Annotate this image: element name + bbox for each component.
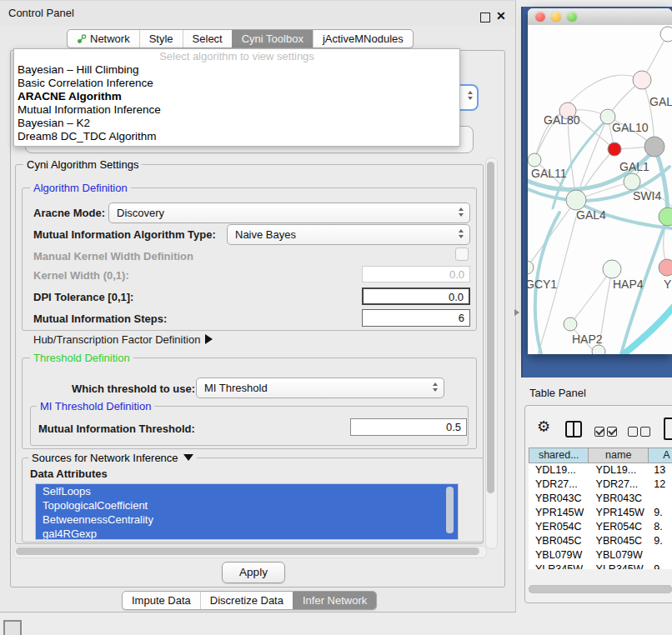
network-node[interactable] (624, 173, 640, 190)
tab-discretize-data[interactable]: Discretize Data (200, 592, 293, 609)
mi-algorithm-type-combo[interactable]: Naive Bayes (227, 224, 470, 245)
list-item[interactable]: SelfLoops (36, 484, 458, 498)
list-item[interactable]: BetweennessCentrality (36, 512, 458, 527)
expand-right-icon (205, 334, 213, 344)
table-horizontal-scrollbar[interactable] (529, 585, 672, 593)
list-scrollbar[interactable] (446, 487, 454, 533)
aracne-mode-value: Discovery (117, 207, 164, 219)
network-window[interactable]: GALGAL80GAL10GAL11GAL1SWI4GAL4GCY1HAP4YH… (528, 8, 672, 354)
settings-horizontal-scrollbar[interactable] (13, 546, 487, 558)
scrollbar-thumb[interactable] (16, 548, 479, 555)
network-node[interactable] (644, 137, 664, 157)
tab-impute-data[interactable]: Impute Data (123, 592, 200, 609)
tab-style[interactable]: Style (139, 30, 183, 48)
network-node[interactable] (603, 260, 621, 278)
function-builder-icon[interactable] (664, 418, 672, 440)
network-node[interactable] (659, 208, 672, 226)
minimize-window-icon[interactable] (551, 12, 561, 22)
network-node[interactable] (528, 261, 534, 274)
network-node[interactable] (564, 318, 577, 331)
tab-jactivemnodules[interactable]: jActiveMNodules (313, 30, 413, 48)
dropdown-placeholder: Select algorithm to view settings (14, 50, 459, 62)
close-window-icon[interactable] (535, 12, 545, 22)
dropdown-item[interactable]: Bayesian – K2 (18, 117, 451, 130)
node-table: shared... name A YDL19...YDL19...13 YDR2… (529, 448, 672, 569)
network-node[interactable] (592, 345, 605, 354)
dpi-tolerance-input[interactable]: 0.0 (362, 288, 470, 305)
table-row[interactable]: YER054CYER054C8. (529, 520, 672, 534)
tab-label: Infer Network (303, 592, 367, 609)
table-row[interactable]: YPR145WYPR145W9. (529, 506, 672, 520)
scrollbar-thumb[interactable] (487, 162, 494, 493)
dropdown-item[interactable]: Dream8 DC_TDC Algorithm (18, 130, 451, 143)
gear-icon[interactable]: ⚙ (537, 419, 550, 434)
column-header-partial[interactable]: A (649, 448, 672, 463)
dropdown-item[interactable]: Basic Correlation Inference (18, 77, 451, 90)
splitter-arrow-icon[interactable] (514, 309, 519, 316)
list-item[interactable]: TopologicalCoefficient (36, 498, 458, 512)
close-panel-icon[interactable]: ✕ (496, 9, 506, 22)
network-node-label: GAL11 (531, 167, 567, 180)
network-node-label: GCY1 (528, 278, 557, 291)
network-node[interactable] (659, 259, 672, 276)
network-edge-highlight[interactable] (624, 307, 672, 354)
combo-arrows-icon (459, 229, 464, 238)
mi-steps-input[interactable]: 6 (362, 309, 470, 327)
algorithm-combo-edge[interactable] (459, 84, 479, 111)
column-header-name[interactable]: name (589, 448, 648, 463)
mi-algorithm-type-value: Naive Bayes (235, 228, 296, 241)
table-row[interactable]: YBR045CYBR045C9. (529, 534, 672, 548)
network-edge[interactable] (528, 200, 576, 268)
sources-toggle[interactable]: Sources for Network Inference (28, 452, 197, 464)
network-edge-thick[interactable] (654, 147, 668, 217)
network-node-label: GAL (649, 95, 672, 108)
network-graph: GALGAL80GAL10GAL11GAL1SWI4GAL4GCY1HAP4YH… (528, 25, 672, 354)
network-node[interactable] (660, 27, 672, 42)
aracne-mode-combo[interactable]: Discovery (108, 202, 470, 223)
zoom-window-icon[interactable] (567, 12, 577, 22)
select-all-icon[interactable] (594, 425, 619, 440)
hub-section-toggle[interactable]: Hub/Transcription Factor Definition (33, 333, 213, 346)
list-item[interactable]: gal4RGexp (36, 527, 458, 540)
cyni-bottom-tabbar: Impute Data Discretize Data Infer Networ… (122, 591, 377, 610)
table-row[interactable]: YBR043CYBR043C (529, 492, 672, 506)
network-node-label: Y (664, 278, 672, 291)
control-panel-title: Control Panel (8, 7, 74, 19)
mi-threshold-input[interactable]: 0.5 (350, 418, 467, 436)
apply-button[interactable]: Apply (222, 562, 285, 583)
tab-cyni-toolbox[interactable]: Cyni Toolbox (232, 30, 313, 48)
table-header-row: shared... name A (529, 448, 672, 463)
network-node-label: GAL80 (544, 113, 580, 127)
table-row[interactable]: YBL079WYBL079W (529, 548, 672, 562)
network-node[interactable] (528, 153, 541, 167)
column-header-shared-name[interactable]: shared... (529, 448, 589, 463)
app-root: Control Panel ✕ Network Style Select Cy (0, 0, 672, 635)
dropdown-item[interactable]: Bayesian – Hill Climbing (18, 63, 451, 77)
kernel-width-input[interactable]: 0.0 (362, 266, 470, 282)
collapsed-panel-icon[interactable] (3, 620, 22, 635)
table-panel: ⚙ shared... name A YDL19...YDL19...13 YD… (524, 405, 672, 603)
which-threshold-combo[interactable]: MI Threshold (196, 378, 444, 398)
dropdown-item[interactable]: Mutual Information Inference (18, 103, 451, 117)
unselect-all-icon[interactable] (628, 425, 653, 440)
table-row[interactable]: YDR27...YDR27...12 (529, 478, 672, 492)
columns-icon[interactable] (565, 421, 582, 438)
network-window-titlebar[interactable] (528, 8, 672, 26)
network-node-label: GAL4 (576, 208, 606, 222)
network-canvas[interactable]: GALGAL80GAL10GAL11GAL1SWI4GAL4GCY1HAP4YH… (528, 25, 672, 354)
table-row[interactable]: YDL19...YDL19...13 (529, 463, 672, 478)
dropdown-item-selected[interactable]: ARACNE Algorithm (18, 90, 451, 103)
network-node[interactable] (566, 190, 586, 210)
network-node[interactable] (608, 142, 621, 156)
network-node[interactable] (633, 71, 651, 89)
tab-select[interactable]: Select (183, 30, 232, 48)
settings-vertical-scrollbar[interactable] (485, 158, 498, 549)
tab-network[interactable]: Network (68, 30, 139, 48)
network-edge[interactable] (570, 269, 612, 324)
control-panel-tabbar: Network Style Select Cyni Toolbox jActiv… (67, 29, 414, 48)
tab-infer-network[interactable]: Infer Network (293, 592, 376, 609)
manual-kernel-checkbox[interactable] (455, 248, 469, 261)
table-row[interactable]: YLR345WYLR345W9. (529, 562, 672, 569)
tab-label: jActiveMNodules (323, 30, 404, 48)
float-window-icon[interactable] (480, 12, 490, 22)
